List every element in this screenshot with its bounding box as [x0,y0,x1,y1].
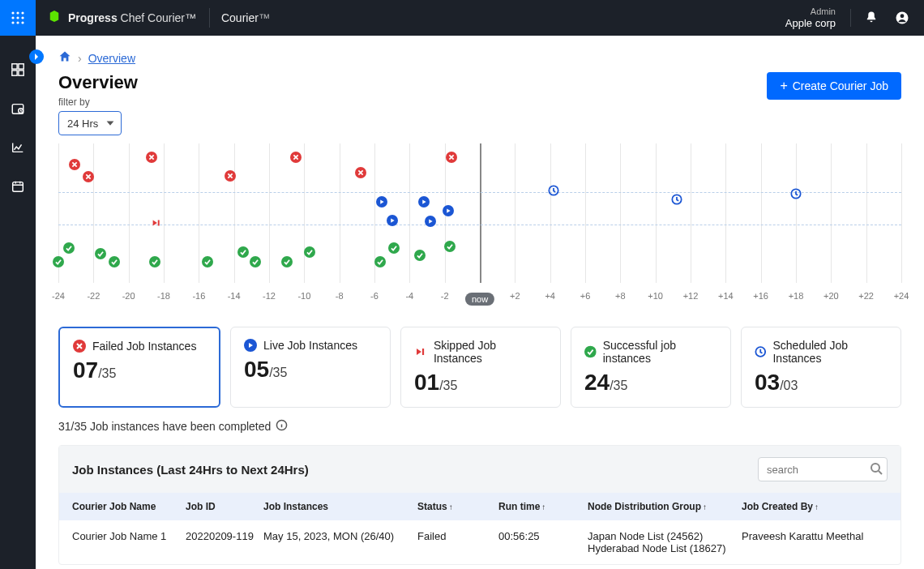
breadcrumb-home[interactable] [58,50,71,66]
card-failed[interactable]: Failed Job Instances 07/35 [58,327,220,408]
col-ndg[interactable]: Node Distribution Group↑ [588,501,742,512]
calendar-icon [11,179,25,194]
chart-point-success[interactable] [109,256,120,267]
chart-point-failed[interactable] [69,159,80,170]
card-success[interactable]: Successful job instances 24/35 [571,327,731,408]
x-tick-label: -12 [263,291,276,301]
chart-point-live[interactable] [418,196,430,207]
chart-point-success[interactable] [281,256,293,267]
chart-point-success[interactable] [149,256,160,267]
card-scheduled[interactable]: Scheduled Job Instances 03/03 [741,327,901,408]
chart-point-live[interactable] [387,215,398,226]
play-icon [244,339,257,352]
grid-line [620,143,621,283]
breadcrumb-overview[interactable]: Overview [88,52,135,65]
chart-point-success[interactable] [237,246,249,258]
chart-point-failed[interactable] [290,152,302,163]
x-tick-label: -2 [441,291,449,301]
timeline-chart[interactable]: -24-22-20-18-16-14-12-10-8-6-4-2now+2+4+… [58,143,901,322]
sidebar-toggle[interactable] [29,49,44,64]
chart-point-live[interactable] [376,196,387,207]
card-skipped[interactable]: Skipped Job Instances 01/35 [400,327,561,408]
filter-value: 24 Hrs [67,118,98,130]
create-courier-job-button[interactable]: + Create Courier Job [767,72,901,100]
summary-cards: Failed Job Instances 07/35 Live Job Inst… [58,327,901,408]
info-icon[interactable] [276,419,288,434]
chart-point-scheduled[interactable] [790,188,802,199]
svg-rect-17 [19,64,24,69]
job-instances-table: Job Instances (Last 24Hrs to Next 24Hrs)… [58,445,901,565]
nav-analytics[interactable] [6,136,29,159]
col-name[interactable]: Courier Job Name [72,501,186,512]
grid-line [304,143,305,283]
col-status[interactable]: Status↑ [417,501,498,512]
page-title: Overview [58,72,138,93]
chart-point-success[interactable] [95,248,106,259]
grid-line [269,143,270,283]
svg-point-8 [11,16,14,19]
x-tick-label: +16 [753,291,768,301]
chart-point-success[interactable] [388,242,400,254]
table-row[interactable]: Courier Job Name 1 20220209-119 May 15, … [59,520,900,564]
x-tick-label: +6 [580,291,591,301]
grid-icon [11,11,25,25]
col-job-id[interactable]: Job ID [186,501,263,512]
account-button[interactable] [887,11,918,25]
col-runtime[interactable]: Run time↑ [498,501,588,512]
fail-icon [73,340,86,353]
chart-point-skipped[interactable] [151,217,162,229]
app-tab[interactable]: Courier™ [210,11,281,24]
x-tick-label: -8 [336,291,344,301]
chart-point-failed[interactable] [355,167,366,178]
chart-point-failed[interactable] [225,170,236,182]
main-content: › Overview Overview filter by 24 Hrs + C… [36,36,924,569]
bell-icon [864,11,879,25]
nav-schedule[interactable] [6,97,29,120]
chart-point-success[interactable] [444,241,456,252]
chart-point-failed[interactable] [446,152,457,163]
grid-line [585,143,586,283]
tenant-block[interactable]: Admin Apple corp [785,6,850,30]
dashboard-icon [11,62,25,77]
notifications-button[interactable] [856,11,887,25]
app-launcher-button[interactable] [0,0,36,36]
chart-point-success[interactable] [304,246,315,258]
reference-line [58,225,901,225]
x-tick-label: +4 [545,291,555,301]
reference-line [58,192,901,193]
svg-point-5 [11,11,14,14]
chart-point-success[interactable] [53,256,64,267]
col-instances[interactable]: Job Instances [263,501,417,512]
search-input[interactable] [758,457,888,481]
filter-timerange[interactable]: 24 Hrs [58,111,122,135]
grid-line [901,143,902,283]
x-tick-label: -24 [52,291,65,301]
col-created-by[interactable]: Job Created By↑ [742,501,888,512]
chart-point-success[interactable] [63,242,75,254]
x-tick-label: -18 [157,291,170,301]
chart-point-scheduled[interactable] [548,185,559,196]
success-icon [584,345,597,358]
grid-line [93,143,94,283]
chart-point-success[interactable] [202,256,213,267]
nav-overview[interactable] [6,58,29,81]
chart-point-success[interactable] [250,256,261,267]
grid-line [515,143,515,283]
grid-line [796,143,797,283]
x-tick-label: +8 [615,291,626,301]
chevron-down-icon [105,118,116,131]
chevron-right-icon: › [78,52,82,65]
chart-point-scheduled[interactable] [671,194,682,205]
chart-point-live[interactable] [443,205,454,216]
chart-point-failed[interactable] [146,152,157,163]
brand-text: Progress Chef Courier™ [68,11,196,24]
filter-label: filter by [58,96,138,108]
nav-calendar[interactable] [6,175,29,198]
chart-point-live[interactable] [425,216,436,227]
chart-point-success[interactable] [374,256,386,267]
table-title: Job Instances (Last 24Hrs to Next 24Hrs) [72,463,309,477]
topbar: Progress Chef Courier™ Courier™ Admin Ap… [0,0,924,36]
chart-point-failed[interactable] [83,171,94,182]
card-live[interactable]: Live Job Instances 05/35 [230,327,391,408]
chart-point-success[interactable] [414,250,426,261]
